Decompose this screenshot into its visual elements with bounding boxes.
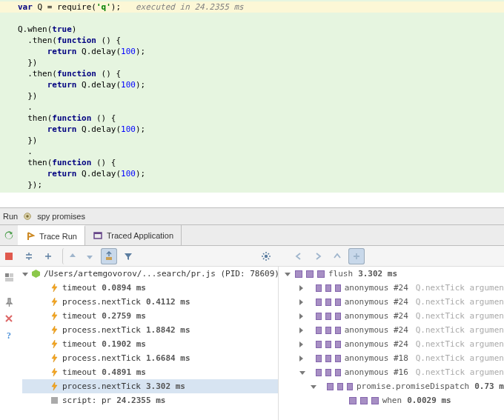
stop-icon[interactable] xyxy=(3,250,15,262)
event-row[interactable]: timeout0.0894 ms xyxy=(22,281,278,295)
duration: 0.0894 ms xyxy=(102,283,146,293)
event-row[interactable]: timeout0.1902 ms xyxy=(22,337,278,351)
settings-icon[interactable] xyxy=(258,248,274,264)
function-name: anonymous #24 xyxy=(345,283,408,293)
bolt-icon xyxy=(49,381,59,392)
call-row[interactable]: anonymous #24Q.nextTick argumen xyxy=(285,281,504,295)
hint-text: Q.nextTick argumen xyxy=(416,283,504,293)
spy-icon xyxy=(22,211,33,221)
call-row[interactable]: anonymous #16Q.nextTick argumen xyxy=(285,365,504,379)
event-name: timeout xyxy=(62,367,96,377)
tab-label: Traced Application xyxy=(107,231,173,240)
trace-toolbar xyxy=(0,246,504,267)
down-icon[interactable] xyxy=(82,248,98,264)
code-editor[interactable]: var Q = require('q'); executed in 24.235… xyxy=(0,0,504,193)
event-row[interactable]: process.nextTick1.6684 ms xyxy=(22,351,278,365)
q-icon xyxy=(325,327,331,334)
q-icon xyxy=(316,355,322,362)
q-icon xyxy=(316,327,322,334)
function-name: anonymous #16 xyxy=(345,367,408,377)
svg-rect-3 xyxy=(94,233,102,234)
tab-trace-run[interactable]: Trace Run xyxy=(18,225,85,245)
hint-text: Q.nextTick argumen xyxy=(416,325,504,335)
q-icon xyxy=(335,313,341,320)
chevron-right-icon[interactable] xyxy=(299,313,305,320)
chevron-down-icon[interactable] xyxy=(311,383,316,390)
call-row[interactable]: anonymous #24Q.nextTick argumen xyxy=(285,295,504,309)
expand-all-icon[interactable] xyxy=(21,248,37,264)
q-icon xyxy=(360,397,368,404)
export-icon[interactable] xyxy=(101,248,117,264)
q-icon xyxy=(325,369,331,376)
q-icon xyxy=(316,284,322,292)
event-name: timeout xyxy=(62,311,96,321)
duration: 3.302 ms xyxy=(358,269,397,279)
call-row[interactable]: when0.0029 ms xyxy=(285,393,504,407)
duration: 1.8842 ms xyxy=(146,325,190,335)
tree-root[interactable]: flush 3.302 ms xyxy=(285,267,504,281)
duration: 24.2355 ms xyxy=(116,396,165,405)
chevron-right-icon[interactable] xyxy=(299,355,305,362)
duration: 1.6684 ms xyxy=(146,353,190,363)
up-icon[interactable] xyxy=(62,248,79,264)
duration: 0.73 m xyxy=(474,381,504,391)
event-row[interactable]: process.nextTick3.302 ms xyxy=(22,379,278,393)
event-name: process.nextTick xyxy=(62,381,141,391)
hint-text: Q.nextTick argumen xyxy=(416,353,504,363)
event-row[interactable]: script: pr24.2355 ms xyxy=(22,393,278,407)
call-tree[interactable]: flush 3.302 ms anonymous #24Q.nextTick a… xyxy=(279,267,504,420)
call-row[interactable]: promise.promiseDispatch0.73 m xyxy=(285,379,504,393)
chevron-down-icon[interactable] xyxy=(299,369,305,376)
hint-text: Q.nextTick argumen xyxy=(416,339,504,349)
function-name: flush xyxy=(328,269,353,279)
function-name: anonymous #24 xyxy=(345,339,408,349)
q-icon xyxy=(335,369,341,376)
tree-root[interactable]: /Users/artemgovorov/...search/pr.js (PID… xyxy=(22,267,278,281)
collapse-all-icon[interactable] xyxy=(40,248,56,264)
call-row[interactable]: anonymous #24Q.nextTick argumen xyxy=(285,337,504,351)
event-name: script: pr xyxy=(62,396,111,405)
tab-traced-application[interactable]: Traced Application xyxy=(85,225,182,245)
filter-icon[interactable] xyxy=(120,248,136,264)
q-icon xyxy=(347,383,353,390)
call-row[interactable]: anonymous #24Q.nextTick argumen xyxy=(285,323,504,337)
nav-up-icon[interactable] xyxy=(329,248,345,264)
function-name: anonymous #24 xyxy=(345,311,408,321)
q-icon xyxy=(325,299,331,306)
chevron-down-icon[interactable] xyxy=(22,270,28,278)
chevron-right-icon[interactable] xyxy=(299,341,305,348)
q-icon xyxy=(335,355,341,362)
svg-rect-5 xyxy=(106,257,112,260)
chevron-right-icon[interactable] xyxy=(299,327,305,334)
q-icon xyxy=(316,369,322,376)
code-line: var Q = require('q'); executed in 24.235… xyxy=(0,1,504,13)
nav-back-icon[interactable] xyxy=(291,248,307,264)
event-row[interactable]: timeout0.2759 ms xyxy=(22,309,278,323)
q-icon xyxy=(316,299,322,306)
nodejs-icon xyxy=(31,269,41,279)
event-row[interactable]: process.nextTick0.4112 ms xyxy=(22,295,278,309)
q-icon xyxy=(335,327,341,334)
rerun-icon[interactable] xyxy=(3,230,15,241)
trace-panes: ? /Users/artemgovorov/...search/pr.js (P… xyxy=(0,267,504,420)
chevron-right-icon[interactable] xyxy=(299,299,305,306)
events-tree[interactable]: /Users/artemgovorov/...search/pr.js (PID… xyxy=(0,267,279,420)
duration: 0.1902 ms xyxy=(102,339,146,349)
nav-forward-icon[interactable] xyxy=(310,248,326,264)
event-row[interactable]: timeout0.4891 ms xyxy=(22,365,278,379)
q-icon xyxy=(335,284,341,292)
nav-add-icon[interactable] xyxy=(348,248,365,264)
run-tool-window-header[interactable]: Run spy promises xyxy=(0,207,504,225)
chevron-down-icon[interactable] xyxy=(285,270,292,278)
event-row[interactable]: process.nextTick1.8842 ms xyxy=(22,323,278,337)
call-row[interactable]: anonymous #24Q.nextTick argumen xyxy=(285,309,504,323)
q-icon xyxy=(316,341,322,348)
application-icon xyxy=(93,230,103,241)
duration: 0.2759 ms xyxy=(102,311,146,321)
function-name: anonymous #24 xyxy=(345,325,408,335)
chevron-right-icon[interactable] xyxy=(299,284,305,292)
q-icon xyxy=(325,284,331,292)
run-label: Run xyxy=(3,212,18,221)
call-row[interactable]: anonymous #18Q.nextTick argumen xyxy=(285,351,504,365)
q-icon xyxy=(316,313,322,320)
